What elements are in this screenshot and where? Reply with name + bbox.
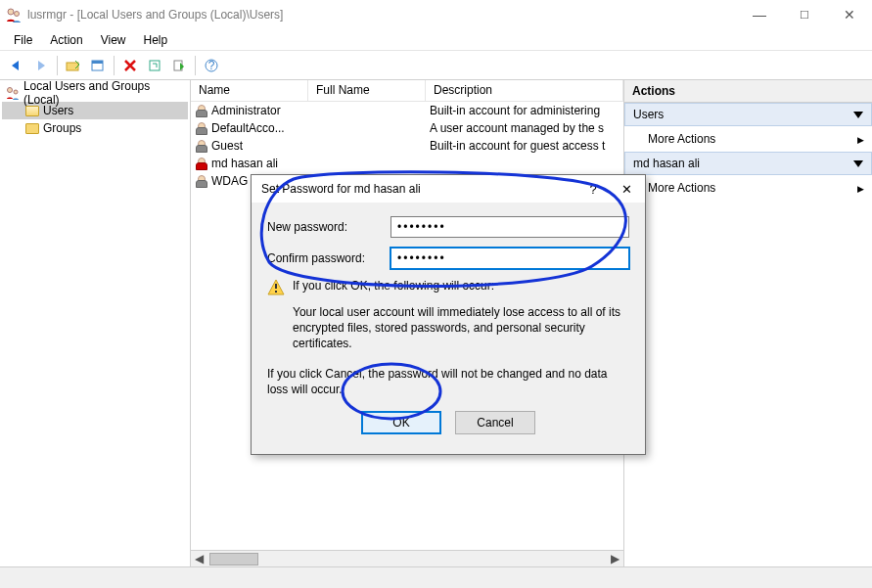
collapse-icon xyxy=(853,112,863,118)
actions-pane: Actions Users More Actions md hasan ali … xyxy=(624,80,872,566)
folder-open-icon xyxy=(25,106,39,116)
user-description: Built-in account for administering xyxy=(426,104,623,117)
maximize-button[interactable]: ☐ xyxy=(782,0,827,29)
warn-body: Your local user account will immediately… xyxy=(293,304,629,352)
user-icon xyxy=(195,174,208,188)
dialog-close-button[interactable]: ✕ xyxy=(610,177,643,201)
back-button[interactable] xyxy=(6,55,27,76)
user-name: Guest xyxy=(211,139,243,153)
user-row[interactable]: DefaultAcco...A user account managed by … xyxy=(191,119,623,137)
export-icon[interactable] xyxy=(168,55,190,76)
actions-section-users[interactable]: Users xyxy=(624,103,872,126)
user-description: Built-in account for guest access t xyxy=(426,139,623,153)
set-password-dialog: Set Password for md hasan ali ? ✕ New pa… xyxy=(251,174,646,455)
close-button[interactable]: ✕ xyxy=(827,0,872,29)
svg-point-9 xyxy=(8,88,13,93)
tree-root[interactable]: Local Users and Groups (Local) xyxy=(2,84,188,102)
svg-rect-5 xyxy=(150,61,160,70)
actions-more-user[interactable]: More Actions xyxy=(624,175,872,201)
menu-help[interactable]: Help xyxy=(136,31,176,49)
app-icon xyxy=(6,7,22,23)
user-icon xyxy=(195,139,208,153)
user-row[interactable]: AdministratorBuilt-in account for admini… xyxy=(191,102,623,119)
dialog-help-button[interactable]: ? xyxy=(576,177,610,201)
warning-icon xyxy=(267,279,285,296)
col-description[interactable]: Description xyxy=(426,80,623,101)
refresh-icon[interactable] xyxy=(144,55,165,76)
svg-rect-11 xyxy=(275,284,277,289)
user-icon xyxy=(195,121,208,135)
forward-button[interactable] xyxy=(30,55,52,76)
statusbar xyxy=(0,566,872,588)
menu-action[interactable]: Action xyxy=(42,31,90,49)
menu-view[interactable]: View xyxy=(93,31,134,49)
confirm-password-label: Confirm password: xyxy=(267,251,390,265)
cancel-button[interactable]: Cancel xyxy=(455,411,535,434)
col-fullname[interactable]: Full Name xyxy=(308,80,426,101)
new-password-input[interactable] xyxy=(390,216,629,238)
user-icon xyxy=(195,104,208,117)
user-icon xyxy=(195,157,208,170)
chevron-right-icon xyxy=(857,181,864,195)
help-icon[interactable]: ? xyxy=(201,55,222,76)
warn-heading: If you click OK, the following will occu… xyxy=(293,279,494,296)
menubar: File Action View Help xyxy=(0,29,872,51)
tree-pane: Local Users and Groups (Local) Users Gro… xyxy=(0,80,191,566)
minimize-button[interactable]: — xyxy=(737,0,782,29)
collapse-icon xyxy=(853,160,863,167)
horizontal-scrollbar[interactable]: ◀▶ xyxy=(191,550,623,566)
user-name: Administrator xyxy=(211,104,281,117)
cancel-body: If you click Cancel, the password will n… xyxy=(267,366,629,397)
user-row[interactable]: md hasan ali xyxy=(191,155,623,172)
confirm-password-input[interactable] xyxy=(390,248,629,269)
actions-more-users[interactable]: More Actions xyxy=(624,126,872,152)
ok-button[interactable]: OK xyxy=(361,411,441,434)
user-name: DefaultAcco... xyxy=(211,121,285,135)
svg-text:?: ? xyxy=(208,59,215,72)
user-row[interactable]: GuestBuilt-in account for guest access t xyxy=(191,137,623,155)
tree-groups[interactable]: Groups xyxy=(2,119,188,137)
user-name: md hasan ali xyxy=(211,157,278,170)
properties-icon[interactable] xyxy=(87,55,109,76)
svg-rect-4 xyxy=(92,61,103,64)
toolbar: ? xyxy=(0,51,872,80)
col-name[interactable]: Name xyxy=(191,80,308,101)
dialog-title: Set Password for md hasan ali xyxy=(261,182,576,196)
window-title: lusrmgr - [Local Users and Groups (Local… xyxy=(27,8,737,22)
svg-rect-2 xyxy=(67,63,78,70)
titlebar: lusrmgr - [Local Users and Groups (Local… xyxy=(0,0,872,29)
folder-icon xyxy=(25,123,39,134)
user-description: A user account managed by the s xyxy=(426,121,623,135)
actions-section-user[interactable]: md hasan ali xyxy=(624,152,872,175)
new-password-label: New password: xyxy=(267,220,390,234)
svg-rect-12 xyxy=(275,291,277,293)
users-groups-icon xyxy=(6,86,20,100)
actions-header: Actions xyxy=(624,80,872,103)
svg-point-1 xyxy=(15,12,20,17)
chevron-right-icon xyxy=(857,132,864,146)
user-name: WDAG xyxy=(211,174,248,188)
svg-point-10 xyxy=(14,90,18,94)
svg-point-0 xyxy=(8,9,14,15)
new-folder-icon[interactable] xyxy=(63,55,84,76)
delete-icon[interactable] xyxy=(119,55,141,76)
menu-file[interactable]: File xyxy=(6,31,40,49)
